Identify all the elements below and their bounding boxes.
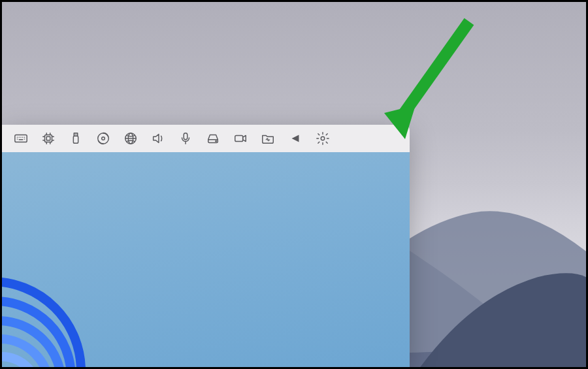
settings-gear-icon[interactable] — [312, 128, 333, 149]
vm-window — [2, 125, 410, 367]
svg-rect-28 — [184, 133, 188, 140]
windows-bloom-wallpaper — [2, 256, 106, 367]
cpu-icon[interactable] — [38, 128, 59, 149]
hard-disk-icon[interactable] — [203, 128, 223, 149]
network-icon[interactable] — [120, 128, 141, 149]
svg-rect-32 — [235, 135, 243, 141]
svg-point-24 — [102, 137, 105, 140]
resume-play-icon[interactable] — [285, 128, 306, 149]
svg-rect-0 — [15, 135, 27, 142]
shared-folders-icon[interactable] — [257, 128, 278, 149]
camera-icon[interactable] — [230, 128, 251, 149]
svg-rect-20 — [73, 136, 78, 143]
microphone-icon[interactable] — [175, 128, 196, 149]
vm-toolbar — [2, 125, 410, 153]
screenshot-frame — [2, 2, 586, 367]
svg-point-33 — [321, 136, 325, 140]
svg-rect-10 — [46, 136, 50, 140]
sound-icon[interactable] — [148, 128, 169, 149]
disc-icon[interactable] — [93, 128, 114, 149]
usb-icon[interactable] — [65, 128, 86, 149]
keyboard-icon[interactable] — [10, 128, 31, 149]
svg-rect-9 — [45, 135, 52, 142]
svg-point-31 — [216, 140, 216, 141]
guest-desktop — [2, 152, 410, 367]
